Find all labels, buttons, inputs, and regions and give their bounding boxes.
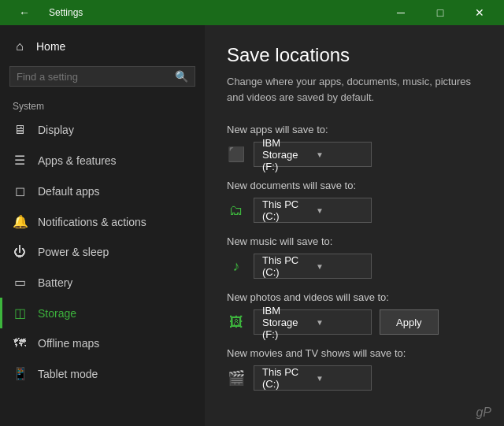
search-box[interactable]: 🔍 (9, 66, 195, 87)
save-label-documents: New documents will save to: (227, 180, 482, 191)
search-input[interactable] (17, 71, 175, 83)
sidebar-item-label: Display (38, 124, 74, 136)
sidebar-item-label: Battery (38, 276, 72, 289)
maximize-icon: □ (437, 6, 443, 19)
title-bar-controls: ─ □ ✕ (383, 0, 498, 25)
sidebar-item-power-sleep[interactable]: ⏻ Power & sleep (0, 237, 205, 267)
save-section-documents: New documents will save to: 🗂 This PC (C… (227, 180, 482, 223)
power-icon: ⏻ (13, 245, 27, 259)
save-row-music: ♪ This PC (C:) ▼ (227, 254, 482, 279)
maximize-button[interactable]: □ (422, 0, 458, 25)
save-section-photos: New photos and videos will save to: 🖼 IB… (227, 291, 482, 335)
notifications-icon: 🔔 (13, 214, 27, 229)
save-label-apps: New apps will save to: (227, 124, 482, 135)
apps-save-icon: ⬛ (227, 146, 246, 163)
sidebar-item-default-apps[interactable]: ◻ Default apps (0, 176, 205, 206)
save-label-photos: New photos and videos will save to: (227, 291, 482, 303)
sidebar-item-home[interactable]: ⌂ Home (0, 31, 205, 61)
apps-dropdown-arrow: ▼ (316, 150, 363, 159)
title-bar-left: ← Settings (6, 0, 383, 25)
sidebar-home-label: Home (36, 40, 65, 53)
sidebar-item-display[interactable]: 🖥 Display (0, 115, 205, 145)
music-dropdown-arrow: ▼ (316, 262, 363, 271)
documents-dropdown[interactable]: This PC (C:) ▼ (254, 198, 372, 223)
minimize-button[interactable]: ─ (383, 0, 419, 25)
sidebar-item-label: Default apps (38, 185, 100, 198)
documents-dropdown-arrow: ▼ (316, 206, 363, 215)
photos-dropdown-value: IBM Storage (F:) (262, 305, 309, 340)
movies-save-icon: 🎬 (227, 369, 246, 387)
battery-icon: ▭ (13, 275, 27, 290)
save-label-music: New music will save to: (227, 235, 482, 247)
photos-save-icon: 🖼 (227, 314, 246, 331)
default-apps-icon: ◻ (13, 183, 27, 198)
page-title: Save locations (227, 44, 482, 66)
apps-dropdown-value: IBM Storage (F:) (262, 137, 309, 172)
back-icon: ← (19, 6, 30, 19)
apps-dropdown[interactable]: IBM Storage (F:) ▼ (254, 142, 372, 167)
music-dropdown-value: This PC (C:) (262, 254, 309, 278)
sidebar-item-label: Offline maps (38, 337, 99, 350)
save-label-movies: New movies and TV shows will save to: (227, 347, 482, 359)
sidebar: ⌂ Home 🔍 System 🖥 Display ☰ Apps & featu… (0, 25, 205, 426)
sidebar-item-tablet-mode[interactable]: 📱 Tablet mode (0, 358, 205, 389)
sidebar-item-apps-features[interactable]: ☰ Apps & features (0, 145, 205, 176)
title-bar-title: Settings (49, 7, 83, 18)
music-save-icon: ♪ (227, 258, 246, 275)
main-layout: ⌂ Home 🔍 System 🖥 Display ☰ Apps & featu… (0, 25, 504, 426)
save-row-movies: 🎬 This PC (C:) ▼ (227, 365, 482, 391)
title-bar: ← Settings ─ □ ✕ (0, 0, 504, 25)
sidebar-item-label: Tablet mode (38, 368, 98, 380)
sidebar-section-label: System (0, 96, 205, 115)
home-icon: ⌂ (13, 39, 27, 54)
offline-maps-icon: 🗺 (13, 336, 27, 350)
documents-dropdown-value: This PC (C:) (262, 198, 309, 222)
minimize-icon: ─ (397, 6, 405, 19)
sidebar-item-label: Apps & features (38, 154, 117, 167)
sidebar-item-battery[interactable]: ▭ Battery (0, 267, 205, 298)
save-section-movies: New movies and TV shows will save to: 🎬 … (227, 347, 482, 391)
apply-button[interactable]: Apply (380, 309, 439, 335)
photos-dropdown-arrow: ▼ (316, 318, 363, 327)
page-description: Change where your apps, documents, music… (227, 74, 482, 105)
sidebar-item-offline-maps[interactable]: 🗺 Offline maps (0, 328, 205, 358)
sidebar-item-storage[interactable]: ◫ Storage (0, 298, 205, 328)
save-section-apps: New apps will save to: ⬛ IBM Storage (F:… (227, 124, 482, 167)
save-row-photos: 🖼 IBM Storage (F:) ▼ Apply (227, 309, 482, 335)
back-button[interactable]: ← (6, 0, 43, 25)
close-icon: ✕ (475, 6, 484, 19)
sidebar-item-notifications[interactable]: 🔔 Notifications & actions (0, 206, 205, 237)
sidebar-item-label: Power & sleep (38, 246, 109, 258)
display-icon: 🖥 (13, 123, 27, 137)
apps-icon: ☰ (13, 153, 27, 168)
save-section-music: New music will save to: ♪ This PC (C:) ▼ (227, 235, 482, 279)
tablet-icon: 📱 (13, 366, 27, 381)
photos-dropdown[interactable]: IBM Storage (F:) ▼ (254, 309, 372, 335)
save-row-documents: 🗂 This PC (C:) ▼ (227, 198, 482, 223)
search-icon: 🔍 (175, 70, 188, 83)
movies-dropdown-arrow: ▼ (316, 374, 363, 383)
sidebar-item-label: Storage (38, 307, 76, 320)
documents-save-icon: 🗂 (227, 202, 246, 219)
close-button[interactable]: ✕ (461, 0, 498, 25)
movies-dropdown[interactable]: This PC (C:) ▼ (254, 365, 372, 391)
save-row-apps: ⬛ IBM Storage (F:) ▼ (227, 142, 482, 167)
music-dropdown[interactable]: This PC (C:) ▼ (254, 254, 372, 279)
content-area: Save locations Change where your apps, d… (205, 25, 504, 426)
watermark: gP (476, 406, 491, 420)
storage-icon: ◫ (13, 306, 27, 320)
sidebar-item-label: Notifications & actions (38, 216, 146, 228)
movies-dropdown-value: This PC (C:) (262, 366, 309, 390)
